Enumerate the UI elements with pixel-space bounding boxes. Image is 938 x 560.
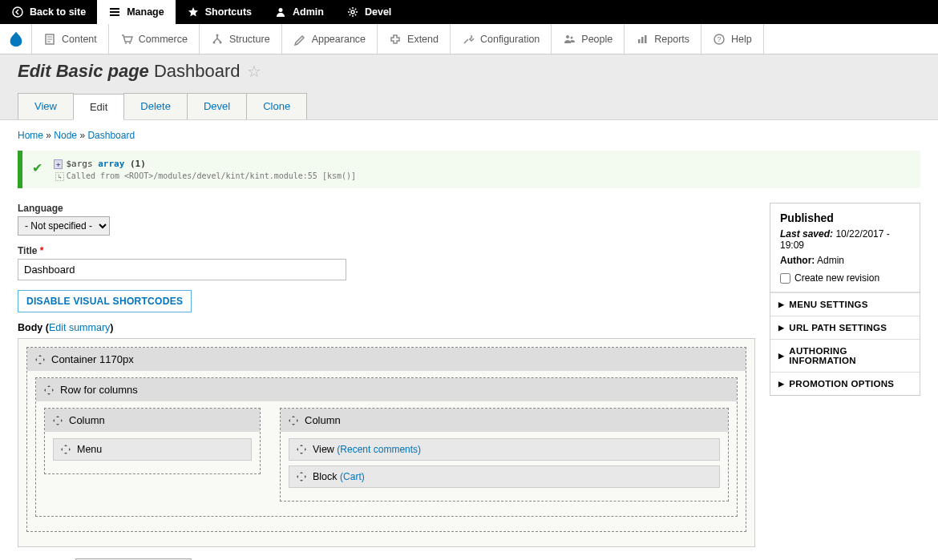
structure-icon [211,33,224,46]
menu-reports[interactable]: Reports [625,24,701,54]
devel-link[interactable]: Devel [335,0,402,24]
row-block[interactable]: Row for columns Column Menu [35,377,738,517]
status-message: ✔ +$args array (1) ↳Called from <ROOT>/m… [18,151,920,188]
menu-appearance[interactable]: Appearance [282,24,378,54]
column-block-1[interactable]: Column Menu [44,408,261,474]
move-icon[interactable] [289,416,298,425]
menu-commerce[interactable]: Commerce [109,24,200,54]
svg-rect-14 [645,35,647,43]
page-header: Edit Basic page Dashboard ☆ View Edit De… [0,54,938,120]
caret-icon: ▶ [778,352,784,360]
tab-edit[interactable]: Edit [73,94,124,120]
move-icon[interactable] [61,445,71,454]
container-block[interactable]: Container 1170px Row for columns Column [26,347,746,532]
user-link[interactable]: Admin [263,0,335,24]
menu-element[interactable]: Menu [53,438,252,461]
create-revision-checkbox[interactable] [780,273,790,284]
content-icon [43,33,56,46]
svg-point-9 [471,35,472,37]
star-icon [187,6,200,18]
language-select[interactable]: - Not specified - [18,216,110,236]
move-icon[interactable] [35,355,45,365]
view-element[interactable]: View (Recent comments) [289,438,720,461]
tab-clone[interactable]: Clone [246,93,307,119]
block-element[interactable]: Block (Cart) [289,465,720,488]
column-block-2[interactable]: Column View (Recent comments) Block (Car… [280,408,729,502]
drupal-logo[interactable] [0,24,32,54]
menu-structure[interactable]: Structure [200,24,282,54]
svg-point-1 [279,8,283,12]
user-icon [274,6,287,18]
tab-delete[interactable]: Delete [123,93,188,119]
shortcuts-label: Shortcuts [205,6,252,18]
svg-text:?: ? [718,35,722,43]
back-icon [11,6,24,18]
svg-point-5 [129,42,131,44]
appearance-icon [293,33,306,46]
breadcrumb-current[interactable]: Dashboard [87,130,135,141]
row-label: Row for columns [60,384,138,396]
svg-point-4 [125,42,127,44]
config-icon [462,33,475,46]
menu-settings-section[interactable]: ▶Menu settings [770,292,920,316]
kint-trace: Called from <ROOT>/modules/devel/kint/ki… [67,171,356,180]
svg-point-2 [351,10,354,14]
tab-view[interactable]: View [18,93,74,119]
favorite-star-icon[interactable]: ☆ [247,62,261,81]
kint-trace-icon: ↳ [55,172,64,181]
back-label: Back to site [30,6,86,18]
kint-dump[interactable]: +$args array (1) ↳Called from <ROOT>/mod… [54,159,356,180]
breadcrumb-node[interactable]: Node [54,130,77,141]
language-label: Language [18,203,755,214]
back-to-site-link[interactable]: Back to site [0,0,97,24]
author: Author: Admin [780,255,910,266]
create-revision-label: Create new revision [794,272,879,284]
last-saved: Last saved: 10/22/2017 - 19:09 [780,228,910,251]
published-status: Published [780,212,910,224]
menu-help[interactable]: ?Help [701,24,764,54]
menu-extend[interactable]: Extend [378,24,451,54]
authoring-section[interactable]: ▶Authoring information [770,339,920,372]
edit-summary-link[interactable]: Edit summary [49,322,110,333]
move-icon[interactable] [44,385,54,395]
admin-menu: Content Commerce Structure Appearance Ex… [0,24,938,54]
manage-toggle[interactable]: Manage [97,0,176,24]
page-title: Edit Basic page Dashboard ☆ [18,61,920,82]
primary-tabs: View Edit Delete Devel Clone [18,93,920,119]
title-input[interactable] [18,259,346,280]
svg-point-0 [13,7,22,17]
move-icon[interactable] [53,416,63,425]
url-path-section[interactable]: ▶URL path settings [770,316,920,339]
kint-expand-icon[interactable]: + [54,159,63,169]
menu-people[interactable]: People [552,24,625,54]
breadcrumb: Home » Node » Dashboard [18,130,920,141]
caret-icon: ▶ [778,324,784,332]
check-icon: ✔ [32,160,42,175]
commerce-icon [120,33,133,46]
disable-shortcodes-button[interactable]: Disable visual shortcodes [18,290,192,312]
visual-editor: Container 1170px Row for columns Column [18,338,755,547]
breadcrumb-home[interactable]: Home [18,130,43,141]
sidebar: Published Last saved: 10/22/2017 - 19:09… [770,203,920,396]
svg-point-10 [566,35,569,38]
title-field: Title * [18,245,755,280]
language-field: Language - Not specified - [18,203,755,236]
gear-icon [346,6,359,18]
tab-devel[interactable]: Devel [187,93,247,119]
reports-icon [636,33,649,46]
svg-rect-12 [638,39,641,43]
svg-rect-13 [641,37,644,43]
help-icon: ? [713,33,726,46]
hamburger-icon [108,6,121,18]
move-icon[interactable] [297,445,306,454]
shortcuts-link[interactable]: Shortcuts [176,0,263,24]
menu-content[interactable]: Content [32,24,109,54]
move-icon[interactable] [297,472,306,481]
promotion-section[interactable]: ▶Promotion options [770,372,920,395]
title-label: Title * [18,245,755,256]
menu-configuration[interactable]: Configuration [451,24,552,54]
body-label: Body (Edit summary) [18,322,755,333]
svg-point-11 [571,36,573,38]
caret-icon: ▶ [778,300,784,308]
extend-icon [389,33,402,46]
